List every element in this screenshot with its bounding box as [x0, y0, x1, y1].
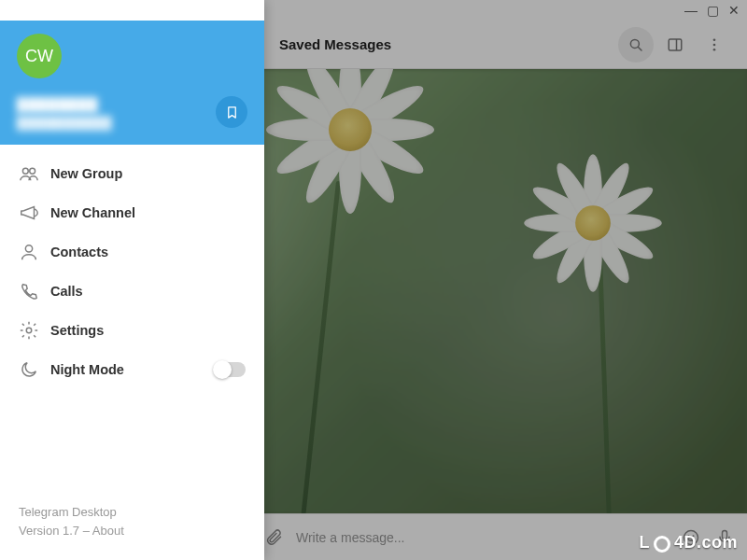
watermark: L 4D.com [639, 533, 738, 553]
profile-header: CW ████████ ██████████ [0, 21, 264, 145]
avatar[interactable]: CW [17, 34, 62, 78]
saved-messages-button[interactable] [216, 96, 247, 128]
menu-contacts[interactable]: Contacts [0, 232, 264, 272]
gear-icon [19, 320, 39, 341]
menu-label: New Channel [50, 205, 135, 220]
profile-username: ████████ [17, 97, 247, 112]
watermark-text: 4D.com [674, 533, 738, 553]
watermark-o-icon [654, 536, 670, 553]
phone-icon [19, 281, 39, 301]
drawer-footer: Telegram Desktop Version 1.7 – About [0, 503, 264, 560]
person-icon [19, 242, 39, 262]
night-mode-toggle[interactable] [214, 362, 246, 377]
menu-label: Contacts [50, 245, 108, 259]
menu-label: Calls [50, 284, 83, 299]
watermark-text: L [639, 533, 650, 553]
bookmark-icon [225, 105, 239, 119]
app-name: Telegram Desktop [19, 503, 246, 522]
moon-icon [19, 359, 39, 380]
menu-label: Settings [50, 323, 104, 338]
svg-point-12 [30, 168, 35, 174]
menu-calls[interactable]: Calls [0, 272, 264, 311]
version-about[interactable]: Version 1.7 – About [19, 522, 246, 540]
megaphone-icon [19, 203, 39, 223]
menu-settings[interactable]: Settings [0, 311, 264, 350]
group-icon [19, 163, 39, 184]
menu-new-channel[interactable]: New Channel [0, 193, 264, 232]
menu-label: New Group [50, 166, 122, 181]
menu-new-group[interactable]: New Group [0, 154, 264, 193]
menu-label: Night Mode [50, 362, 124, 377]
menu-night-mode[interactable]: Night Mode [0, 350, 264, 389]
svg-point-14 [26, 328, 32, 333]
svg-point-13 [25, 245, 32, 252]
main-menu-drawer: CW ████████ ██████████ New Group New Cha… [0, 0, 264, 560]
drawer-menu: New Group New Channel Contacts Calls Set… [0, 145, 264, 399]
profile-phone: ██████████ [17, 116, 247, 130]
svg-point-11 [22, 168, 28, 174]
